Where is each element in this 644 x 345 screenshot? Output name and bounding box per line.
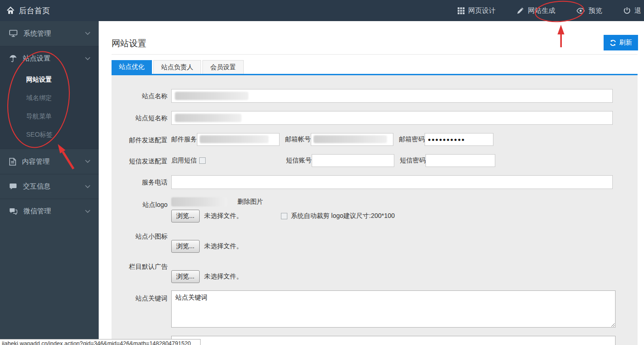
logo-image-redacted <box>171 197 227 206</box>
pencil-icon <box>517 7 524 14</box>
menu-item-logout[interactable]: 退 <box>623 6 641 15</box>
redacted-value <box>200 135 269 143</box>
sms-enable-checkbox[interactable] <box>199 157 206 164</box>
document-icon <box>9 158 16 166</box>
no-file-text: 未选择文件。 <box>204 273 243 281</box>
umbrella-icon <box>9 55 17 62</box>
sidebar-subitem-nav-menu[interactable]: 导航菜单 <box>0 107 99 126</box>
mail-account-label: 邮箱帐号 <box>285 135 311 144</box>
refresh-label: 刷新 <box>619 39 632 47</box>
sms-account-input[interactable] <box>312 154 394 167</box>
keywords-textarea[interactable]: 站点关键词 <box>171 290 616 328</box>
menu-item-web-design[interactable]: 网页设计 <box>458 6 496 15</box>
sms-password-label: 短信密码 <box>400 156 426 165</box>
page-title: 网站设置 <box>112 38 146 50</box>
sidebar-item-label: 系统管理 <box>23 29 85 38</box>
sidebar-item-interaction[interactable]: 交互信息 <box>0 174 99 199</box>
menu-label: 预览 <box>588 6 602 15</box>
form-row-favicon: 站点小图标 浏览... 未选择文件。 <box>112 233 638 253</box>
form-row-site-name: 站点名称 <box>112 89 638 103</box>
topbar-menu: 网页设计 网站生成 预览 退 <box>458 6 644 15</box>
form-panel: 站点名称 站点短名称 邮件发送配置 邮件服务 邮箱帐号 <box>112 75 638 345</box>
service-phone-input[interactable] <box>171 175 613 189</box>
refresh-button[interactable]: 刷新 <box>604 35 638 50</box>
chevron-down-icon <box>85 57 90 61</box>
topbar: 后台首页 网页设计 网站生成 预览 退 <box>0 0 644 21</box>
column-ad-browse-button[interactable]: 浏览... <box>171 270 200 283</box>
sidebar-item-label: 微信管理 <box>23 207 85 216</box>
mail-service-label: 邮件服务 <box>171 135 197 144</box>
form-row-site-short-name: 站点短名称 <box>112 111 638 125</box>
redacted-value <box>175 92 248 100</box>
menu-item-preview[interactable]: 预览 <box>577 6 602 15</box>
tab-member-settings[interactable]: 会员设置 <box>202 60 244 74</box>
grid-icon <box>458 7 465 14</box>
favicon-browse-button[interactable]: 浏览... <box>171 240 200 253</box>
menu-label: 网站生成 <box>528 6 555 15</box>
menu-label: 网页设计 <box>468 6 496 15</box>
power-icon <box>623 7 631 14</box>
tab-bar: 站点优化 站点负责人 会员设置 <box>112 60 245 74</box>
sidebar: 系统管理 站点设置 网站设置 域名绑定 导航菜单 SEO标签 内容管理 <box>0 21 99 345</box>
no-file-text: 未选择文件。 <box>204 212 243 220</box>
mail-password-input[interactable]: ●●●●●●●●●● <box>425 133 493 146</box>
refresh-icon <box>610 39 616 46</box>
monitor-icon <box>9 30 17 37</box>
field-label: 站点logo <box>112 197 168 209</box>
chevron-down-icon <box>85 32 90 35</box>
chevron-down-icon <box>85 210 90 213</box>
auto-crop-checkbox[interactable] <box>281 213 287 219</box>
auto-crop-label: 系统自动裁剪 logo建议尺寸:200*100 <box>291 212 395 220</box>
delete-image-link[interactable]: 删除图片 <box>237 198 263 206</box>
sidebar-subitem-seo-tags[interactable]: SEO标签 <box>0 126 99 144</box>
field-label: 短信发送配置 <box>112 154 168 166</box>
next-field-partial[interactable] <box>171 336 616 345</box>
menu-item-site-generate[interactable]: 网站生成 <box>517 6 555 15</box>
sms-enable-label: 启用短信 <box>171 156 197 165</box>
home-icon <box>6 6 15 15</box>
field-label: 服务电话 <box>112 175 168 187</box>
sidebar-item-label: 交互信息 <box>23 182 85 191</box>
no-file-text: 未选择文件。 <box>204 242 243 250</box>
main-content: 网站设置 刷新 站点优化 站点负责人 会员设置 站点名称 站点短名称 <box>99 21 644 345</box>
sidebar-item-content[interactable]: 内容管理 <box>0 149 99 174</box>
sidebar-group-site-settings: 站点设置 网站设置 域名绑定 导航菜单 SEO标签 <box>0 46 99 149</box>
form-row-site-logo: 站点logo 删除图片 浏览... 未选择文件。 系统自动裁剪 logo建议尺寸… <box>112 197 638 223</box>
sms-account-label: 短信账号 <box>286 156 312 165</box>
field-label: 栏目默认广告 <box>112 263 168 271</box>
form-row-sms-config: 短信发送配置 启用短信 短信账号 短信密码 <box>112 154 638 167</box>
form-row-mail-config: 邮件发送配置 邮件服务 邮箱帐号 邮箱密码 ●●●●●●●●●● <box>112 133 638 146</box>
chevron-down-icon <box>85 160 90 163</box>
sidebar-item-label: 站点设置 <box>23 54 85 63</box>
mail-password-label: 邮箱密码 <box>399 135 425 144</box>
home-link[interactable]: 后台首页 <box>0 6 50 16</box>
logo-browse-button[interactable]: 浏览... <box>171 210 200 223</box>
field-label: 站点小图标 <box>112 233 168 241</box>
sidebar-subitem-website-settings[interactable]: 网站设置 <box>0 71 99 89</box>
tab-site-optimization[interactable]: 站点优化 <box>112 60 152 74</box>
redacted-value <box>314 135 387 143</box>
browser-status-bar: jiaheki.wapadd.cn/index.action?gid=346&m… <box>0 339 201 345</box>
form-row-column-ad: 栏目默认广告 浏览... 未选择文件。 <box>112 263 638 283</box>
field-label: 邮件发送配置 <box>112 133 168 145</box>
sms-password-input[interactable] <box>426 154 495 167</box>
redacted-value <box>175 114 241 122</box>
sidebar-item-system[interactable]: 系统管理 <box>0 21 99 46</box>
field-label: 站点短名称 <box>112 111 168 122</box>
comment-icon <box>9 183 17 190</box>
sidebar-item-label: 内容管理 <box>22 157 85 166</box>
field-label: 站点关键词 <box>112 290 168 303</box>
sidebar-subitem-domain-binding[interactable]: 域名绑定 <box>0 89 99 107</box>
form-row-service-phone: 服务电话 <box>112 175 638 189</box>
menu-label: 退 <box>634 6 641 15</box>
chevron-down-icon <box>85 185 90 189</box>
sidebar-item-wechat[interactable]: 微信管理 <box>0 199 99 223</box>
brand-label: 后台首页 <box>19 6 50 16</box>
field-label: 站点名称 <box>112 89 168 100</box>
comments-icon <box>9 208 17 215</box>
divider <box>112 54 638 55</box>
sidebar-item-site-settings[interactable]: 站点设置 <box>0 46 99 71</box>
tab-site-manager[interactable]: 站点负责人 <box>153 60 201 74</box>
form-row-keywords: 站点关键词 站点关键词 <box>112 290 638 328</box>
eye-icon <box>577 8 585 14</box>
